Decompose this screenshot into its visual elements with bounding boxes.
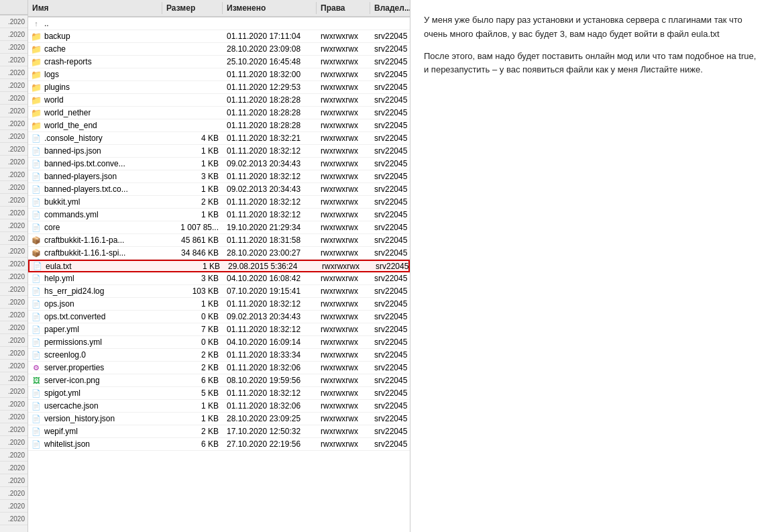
sidebar-date: .2020	[0, 54, 27, 66]
file-size: 45 861 KB	[162, 235, 223, 245]
table-row[interactable]: 📄screenlog.02 KB01.11.2020 18:33:34rwxrw…	[28, 349, 410, 362]
table-row[interactable]: 📄bukkit.yml2 KB01.11.2020 18:32:12rwxrwx…	[28, 196, 410, 209]
file-name-text: core	[44, 223, 60, 232]
file-owner: srv22045	[370, 439, 410, 449]
table-row[interactable]: 📄usercache.json1 KB01.11.2020 18:32:06rw…	[28, 400, 410, 413]
table-row[interactable]: 📄commands.yml1 KB01.11.2020 18:32:12rwxr…	[28, 209, 410, 221]
table-row[interactable]: 📁logs01.11.2020 18:32:00rwxrwxrwxsrv2204…	[28, 68, 410, 81]
table-row[interactable]: 📁cache28.10.2020 23:09:08rwxrwxrwxsrv220…	[28, 43, 410, 56]
file-modified: 01.11.2020 18:32:12	[223, 325, 317, 334]
table-row[interactable]: 📄wepif.yml2 KB17.10.2020 12:50:32rwxrwxr…	[28, 425, 410, 438]
file-name-cell: ⚙server.properties	[28, 363, 162, 372]
table-row[interactable]: 📄permissions.yml0 KB04.10.2020 16:09:14r…	[28, 336, 410, 349]
sidebar-date: .2020	[0, 181, 27, 194]
table-row[interactable]: 📁plugins01.11.2020 12:29:53rwxrwxrwxsrv2…	[28, 81, 410, 94]
json-icon: 📄	[31, 299, 42, 309]
table-row[interactable]: 📄version_history.json1 KB28.10.2020 23:0…	[28, 413, 410, 425]
file-owner: srv22045	[370, 376, 410, 385]
file-modified: 09.02.2013 20:34:43	[223, 184, 317, 194]
folder-icon: 📁	[31, 57, 42, 66]
file-modified: 01.11.2020 18:32:06	[223, 401, 317, 411]
file-size: 3 KB	[162, 172, 223, 181]
file-rights: rwxrwxrwx	[317, 83, 370, 92]
sidebar-date: .2020	[0, 372, 27, 385]
file-name-text: world_nether	[44, 108, 91, 117]
table-row[interactable]: 📁world01.11.2020 18:28:28rwxrwxrwxsrv220…	[28, 94, 410, 107]
png-icon: 🖼	[31, 376, 42, 385]
file-size: 5 KB	[162, 388, 223, 398]
file-rights: rwxrwxrwx	[317, 146, 370, 156]
sidebar-date: .2020	[0, 398, 27, 411]
file-name-cell: 📁world_nether	[28, 108, 162, 117]
table-row[interactable]: 📄banned-ips.txt.conve...1 KB09.02.2013 2…	[28, 158, 410, 170]
column-modified: Изменено	[223, 2, 317, 14]
file-name-text: cache	[44, 44, 66, 54]
table-row[interactable]: 📄banned-players.txt.co...1 KB09.02.2013 …	[28, 183, 410, 196]
file-modified: 01.11.2020 18:28:28	[223, 121, 317, 130]
table-row[interactable]: 📦craftbukkit-1.16.1-pa...45 861 KB01.11.…	[28, 234, 410, 247]
sidebar-date: .2020	[0, 258, 27, 270]
file-size: 6 KB	[162, 439, 223, 449]
file-size: 0 KB	[162, 337, 223, 347]
file-name-cell: 📁logs	[28, 70, 162, 79]
file-rights: rwxrwxrwx	[317, 134, 370, 143]
sidebar-date: .2020	[0, 309, 27, 321]
table-row[interactable]: 🖼server-icon.png6 KB08.10.2020 19:59:56r…	[28, 374, 410, 387]
file-size: 1 KB	[162, 184, 223, 194]
table-row[interactable]: 📄ops.txt.converted0 KB09.02.2013 20:34:4…	[28, 311, 410, 323]
table-row[interactable]: 📄eula.txt1 KB29.08.2015 5:36:24rwxrwxrwx…	[28, 260, 410, 272]
file-modified: 01.11.2020 18:32:00	[223, 70, 317, 79]
table-row[interactable]: 📄.console_history4 KB01.11.2020 18:32:21…	[28, 132, 410, 145]
table-row[interactable]: 📁crash-reports25.10.2020 16:45:48rwxrwxr…	[28, 56, 410, 68]
file-owner: srv22045	[370, 325, 410, 334]
table-row[interactable]: 📄help.yml3 KB04.10.2020 16:08:42rwxrwxrw…	[28, 272, 410, 285]
file-modified: 01.11.2020 18:32:12	[223, 172, 317, 181]
yaml-icon: 📄	[31, 197, 42, 207]
table-row[interactable]: 📁world_the_end01.11.2020 18:28:28rwxrwxr…	[28, 119, 410, 132]
table-row[interactable]: 📄banned-players.json3 KB01.11.2020 18:32…	[28, 170, 410, 183]
sidebar-date: .2020	[0, 296, 27, 309]
file-name-text: version_history.json	[44, 414, 115, 423]
table-row[interactable]: ↑..	[28, 17, 410, 30]
file-name-text: world	[44, 95, 64, 105]
file-size: 1 KB	[164, 262, 224, 271]
table-row[interactable]: 📁world_nether01.11.2020 18:28:28rwxrwxrw…	[28, 107, 410, 119]
table-row[interactable]: 📄whitelist.json6 KB27.10.2020 22:19:56rw…	[28, 438, 410, 451]
file-icon: 📄	[31, 223, 42, 232]
file-size: 2 KB	[162, 427, 223, 436]
sidebar-date: .2020	[0, 15, 27, 28]
sidebar-date: .2020	[0, 487, 27, 500]
file-modified: 28.10.2020 23:00:27	[223, 248, 317, 258]
table-row[interactable]: 📄ops.json1 KB01.11.2020 18:32:12rwxrwxrw…	[28, 298, 410, 311]
file-size: 1 KB	[162, 159, 223, 168]
folder-icon: 📁	[31, 83, 42, 92]
json-icon: 📄	[31, 172, 42, 181]
table-row[interactable]: 📄paper.yml7 KB01.11.2020 18:32:12rwxrwxr…	[28, 323, 410, 336]
table-row[interactable]: 📄hs_err_pid24.log103 KB07.10.2020 19:15:…	[28, 285, 410, 298]
table-row[interactable]: 📄spigot.yml5 KB01.11.2020 18:32:12rwxrwx…	[28, 387, 410, 400]
file-name-cell: 📦craftbukkit-1.16.1-spi...	[28, 248, 162, 258]
file-name-text: hs_err_pid24.log	[44, 286, 104, 296]
table-row[interactable]: 📦craftbukkit-1.16.1-spi...34 846 KB28.10…	[28, 247, 410, 260]
file-rights: rwxrwxrwx	[317, 121, 370, 130]
folder-icon: 📁	[31, 95, 42, 105]
file-name-cell: 📄paper.yml	[28, 325, 162, 334]
yaml-icon: 📄	[31, 325, 42, 334]
file-name-text: bukkit.yml	[44, 197, 80, 207]
table-row[interactable]: ⚙server.properties2 KB01.11.2020 18:32:0…	[28, 362, 410, 374]
file-name-cell: 📄banned-players.txt.co...	[28, 184, 162, 194]
file-rights: rwxrwxrwx	[317, 197, 370, 207]
file-owner: srv22045	[370, 210, 410, 219]
table-row[interactable]: 📄core1 007 85...19.10.2020 21:29:34rwxrw…	[28, 221, 410, 234]
file-modified: 01.11.2020 17:11:04	[223, 32, 317, 41]
table-row[interactable]: 📁backup01.11.2020 17:11:04rwxrwxrwxsrv22…	[28, 30, 410, 43]
file-name-text: banned-ips.json	[44, 146, 101, 156]
file-name-text: wepif.yml	[44, 427, 78, 436]
file-rights: rwxrwxrwx	[317, 299, 370, 309]
table-row[interactable]: 📄banned-ips.json1 KB01.11.2020 18:32:12r…	[28, 145, 410, 158]
file-name-text: help.yml	[44, 274, 74, 283]
file-name-text: whitelist.json	[44, 439, 90, 449]
file-owner: srv22045	[370, 299, 410, 309]
sidebar-date: .2020	[0, 360, 27, 372]
folder-icon: 📁	[31, 70, 42, 79]
